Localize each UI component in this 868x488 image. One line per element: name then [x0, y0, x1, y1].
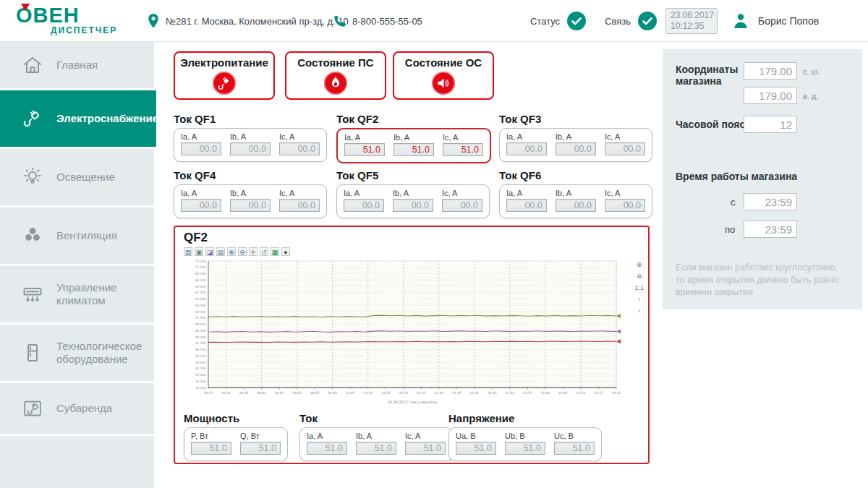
zoom-in-icon[interactable]: ⊕	[637, 262, 642, 268]
speaker-button[interactable]: Состояние ОС	[393, 51, 494, 100]
user-name: Борис Попов	[758, 15, 819, 27]
measure-field-value[interactable]: 51.0	[443, 143, 483, 156]
measure-field-label: Ib, A	[393, 189, 433, 197]
next-icon[interactable]: ›	[638, 308, 640, 314]
measure-field-value[interactable]: 00.0	[181, 199, 221, 212]
sidebar-item-label: Управление климатом	[56, 281, 152, 307]
sidebar-item-plug[interactable]: Электроснабжение	[0, 90, 156, 147]
snapshot-icon[interactable]: ▣	[195, 247, 203, 256]
curves-icon[interactable]: ◪	[205, 247, 214, 256]
zoom-out-icon[interactable]: ⊖	[637, 273, 642, 280]
measure-field: Ic, A00.0	[279, 132, 320, 155]
power-plug-button[interactable]: Электропитание	[174, 51, 275, 100]
longitude-field[interactable]: 179.00	[744, 87, 797, 104]
measure-field-value[interactable]: 00.0	[279, 199, 320, 212]
qf1-panel-box: Ia, A00.0Ib, A00.0Ic, A00.0	[174, 128, 327, 162]
measure-field-value[interactable]: 51.0	[307, 442, 347, 455]
print-icon[interactable]: ▤	[216, 247, 225, 256]
sidebar-item-sublease[interactable]: Субаренда	[0, 383, 154, 434]
zoom-out-icon[interactable]: ⊖	[238, 247, 247, 256]
measure-field-value[interactable]: 00.0	[442, 199, 482, 212]
one-to-one-icon[interactable]: 1:1	[634, 285, 644, 291]
measure-field-value[interactable]: 00.0	[556, 142, 596, 155]
measure-field-label: Ic, A	[443, 133, 483, 142]
measure-field: Ib, A51.0	[393, 133, 434, 156]
measure-field-value[interactable]: 51.0	[356, 442, 396, 455]
measure-field-value[interactable]: 00.0	[230, 199, 271, 212]
measure-field: Ia, A00.0	[506, 132, 547, 155]
climate-icon	[22, 283, 43, 305]
measure-field-label: Ic, A	[605, 132, 645, 141]
sidebar-item-bulb[interactable]: Освещение	[0, 149, 154, 205]
record-icon[interactable]: ●	[281, 247, 290, 256]
svg-text:22:12: 22:12	[576, 391, 586, 395]
current-user[interactable]: Борис Попов	[732, 0, 819, 42]
current-group-box: Ia, A51.0Ib, A51.0Ic, A51.0	[299, 427, 453, 461]
measure-field-value[interactable]: 51.0	[240, 442, 281, 455]
measure-field: Ib, A00.0	[556, 132, 596, 155]
svg-text:39 000: 39 000	[195, 348, 207, 351]
store-settings-panel: Координаты магазина 179.00 с. ш. 179.00 …	[663, 49, 862, 309]
measure-field-value[interactable]: 51.0	[344, 143, 385, 156]
save-icon[interactable]: ▥	[184, 247, 192, 256]
worktime-note: Если магазин работает круглосуточно, то …	[676, 262, 846, 299]
undo-icon[interactable]: ↺	[260, 247, 268, 256]
measure-field-label: Ia, A	[344, 133, 385, 142]
measure-field-value[interactable]: 00.0	[605, 199, 645, 212]
prev-icon[interactable]: ‹	[638, 296, 640, 303]
fire-icon	[324, 72, 347, 95]
svg-text:21:37: 21:37	[452, 391, 461, 395]
measure-field-value[interactable]: 51.0	[456, 442, 496, 455]
svg-text:71 500: 71 500	[195, 265, 207, 269]
measure-field-label: Ia, A	[307, 432, 347, 440]
sidebar-item-climate[interactable]: Управление климатом	[0, 266, 154, 322]
svg-text:21:12: 21:12	[363, 391, 373, 395]
worktime-from-field[interactable]: 23:59	[744, 193, 797, 210]
measure-field-label: Ib, A	[230, 132, 271, 141]
voltage-group: НапряжениеUa, B51.0Ub, B51.0Uc, B51.0	[448, 412, 602, 461]
qf3-panel: Ток QF3Ia, A00.0Ib, A00.0Ic, A00.0	[499, 113, 652, 162]
qf5-panel: Ток QF5Ia, A00.0Ib, A00.0Ic, A00.0	[336, 169, 490, 218]
measure-field: P, Вт51.0	[191, 432, 231, 455]
plug-icon	[22, 108, 43, 129]
measure-field-value[interactable]: 00.0	[230, 142, 271, 155]
measure-field-value[interactable]: 51.0	[191, 442, 231, 455]
worktime-to-field[interactable]: 23:59	[744, 221, 797, 238]
legend-icon[interactable]: ▦	[271, 247, 279, 256]
home-icon	[22, 54, 43, 76]
worktime-label: Время работы магазина	[676, 171, 797, 182]
measure-field-label: Ib, A	[230, 189, 271, 197]
sidebar-item-home[interactable]: Главная	[0, 42, 154, 88]
measure-field-value[interactable]: 00.0	[393, 199, 433, 212]
timezone-label: Часовой пояс	[676, 119, 745, 130]
measure-field-value[interactable]: 00.0	[344, 199, 384, 212]
latitude-field[interactable]: 179.00	[744, 62, 797, 80]
measure-field-value[interactable]: 00.0	[506, 199, 547, 212]
sidebar-item-fan[interactable]: Вентиляция	[0, 207, 154, 264]
alert-button-label: Электропитание	[180, 56, 268, 69]
measure-field-label: P, Вт	[191, 432, 231, 440]
timezone-field[interactable]: 12	[744, 116, 797, 133]
sidebar-item-fridge[interactable]: Технологическое оборудование	[0, 325, 154, 381]
measure-field-value[interactable]: 00.0	[181, 142, 221, 155]
crosshair-icon[interactable]: ✛	[249, 247, 258, 256]
measure-field-value[interactable]: 51.0	[405, 442, 446, 455]
brand-logo[interactable]: ОВЕН ДИСПЕТЧЕР	[16, 4, 139, 35]
measure-field-value[interactable]: 51.0	[393, 143, 434, 156]
qf1-panel-title: Ток QF1	[174, 113, 327, 125]
trend-chart-canvas[interactable]: 24 00026 50029 00031 50034 00036 50039 0…	[182, 257, 625, 408]
measure-field-value[interactable]: 51.0	[554, 442, 595, 455]
svg-text:64 000: 64 000	[195, 285, 207, 288]
measure-field-value[interactable]: 00.0	[605, 142, 645, 155]
measure-field: Ic, A00.0	[605, 132, 645, 155]
measure-field-value[interactable]: 51.0	[505, 442, 545, 455]
zoom-in-icon[interactable]: ⊕	[227, 247, 236, 256]
measure-field: Ia, A00.0	[181, 132, 221, 155]
qf2-panel-title: Ток QF2	[336, 113, 491, 125]
measure-field-value[interactable]: 00.0	[506, 142, 547, 155]
measure-field-value[interactable]: 00.0	[279, 142, 320, 155]
svg-text:20:27: 20:27	[204, 391, 213, 395]
measure-field-label: Ic, A	[279, 189, 320, 197]
measure-field-value[interactable]: 00.0	[556, 199, 596, 212]
fire-button[interactable]: Состояние ПС	[285, 51, 386, 100]
